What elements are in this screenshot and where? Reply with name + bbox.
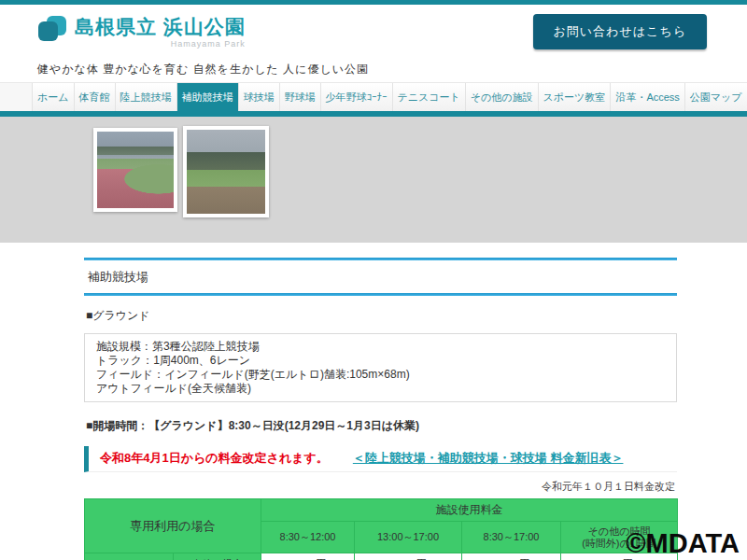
revision-note: 令和元年１０月１日料金改定 <box>84 480 675 494</box>
hours-line: ■開場時間：【グラウンド】8:30～日没(12月29日～1月3日は休業) <box>86 418 677 434</box>
time-header-morning: 8:30～12:00 <box>261 522 355 553</box>
content: 補助競技場 ■グラウンド 施設規模：第3種公認陸上競技場 トラック：1周400m… <box>84 258 677 560</box>
ground-heading: ■グラウンド <box>86 308 677 324</box>
nav-item-sports-class[interactable]: スポーツ教室 <box>539 83 612 111</box>
group-no-admission: 入場料を 徴収しない場合 <box>85 553 174 560</box>
fee-table-link[interactable]: ＜陸上競技場・補助競技場・球技場 料金新旧表＞ <box>353 450 624 467</box>
time-header-afternoon: 13:00～17:00 <box>355 522 462 553</box>
field-photo-image <box>187 130 265 214</box>
facility-line-outfield: アウトフィールド(全天候舗装) <box>96 382 665 396</box>
fee-value: 1,200円 <box>261 553 355 560</box>
facility-line-track: トラック：1周400m、6レーン <box>96 354 665 368</box>
facility-info-box: 施設規模：第3種公認陸上競技場 トラック：1周400m、6レーン フィールド：イ… <box>84 333 677 402</box>
fee-table-corner: 専用利用の場合 <box>85 499 261 553</box>
facility-line-scale: 施設規模：第3種公認陸上競技場 <box>96 340 665 354</box>
nav-item-baseball-field[interactable]: 野球場 <box>280 83 321 111</box>
fee-value: 3,010円 <box>462 553 561 560</box>
nav-item-home[interactable]: ホーム <box>32 83 75 111</box>
site-title: 島根県立 浜山公園 <box>75 15 246 39</box>
table-row: 入場料を 徴収しない場合 生徒・児童 1,200円 1,790円 3,010円 … <box>85 553 678 560</box>
fee-table-usage-header: 施設使用料金 <box>261 499 678 522</box>
page-title: 補助競技場 <box>84 260 677 293</box>
fee-value: 1,790円 <box>355 553 462 560</box>
site-logo[interactable]: 島根県立 浜山公園 Hamayama Park <box>37 15 246 49</box>
facility-line-field: フィールド：インフィールド(野芝(エルトロ)舗装:105m×68m) <box>96 368 665 382</box>
nav-item-athletics-stadium[interactable]: 陸上競技場 <box>116 83 177 111</box>
nav-item-gymnasium[interactable]: 体育館 <box>75 83 116 111</box>
logo-icon <box>37 15 69 45</box>
contact-button[interactable]: お問い合わせはこちら <box>533 14 707 49</box>
nav-item-auxiliary-stadium[interactable]: 補助競技場 <box>177 83 239 111</box>
divider-title <box>84 293 677 296</box>
track-photo-image <box>97 132 174 208</box>
nav-item-history-access[interactable]: 沿革・Access <box>611 83 684 111</box>
nav-item-park-map[interactable]: 公園マップ <box>685 83 747 111</box>
fee-notice-text: 令和8年4月1日からの料金改定されます。 <box>100 450 329 467</box>
field-photo[interactable] <box>183 126 269 217</box>
nav-item-tennis-court[interactable]: テニスコート <box>393 83 466 111</box>
site-header: 島根県立 浜山公園 Hamayama Park お問い合わせはこちら <box>0 5 747 58</box>
fee-notice: 令和8年4月1日からの料金改定されます。 ＜陸上競技場・補助競技場・球技場 料金… <box>84 446 677 472</box>
tagline: 健やかな体 豊かな心を育む 自然を生かした 人に優しい公園 <box>0 58 747 82</box>
type-students: 生徒・児童 <box>174 553 261 560</box>
nav-item-other-facilities[interactable]: その他の施設 <box>466 83 539 111</box>
main-nav: ホーム 体育館 陸上競技場 補助競技場 球技場 野球場 少年野球ｺｰﾅｰ テニス… <box>0 82 747 111</box>
nav-item-youth-baseball[interactable]: 少年野球ｺｰﾅｰ <box>321 83 393 111</box>
track-photo[interactable] <box>93 128 177 212</box>
mdata-watermark: ©MDATA <box>626 528 740 559</box>
photo-band <box>0 117 747 243</box>
fee-table: 専用利用の場合 施設使用料金 8:30～12:00 13:00～17:00 8:… <box>84 498 678 560</box>
site-subtitle: Hamayama Park <box>75 39 246 49</box>
nav-item-ball-field[interactable]: 球技場 <box>239 83 280 111</box>
table-row: 専用利用の場合 施設使用料金 <box>85 499 678 522</box>
logo-square-dark <box>38 21 58 41</box>
time-header-fullday: 8:30～17:00 <box>462 522 561 553</box>
